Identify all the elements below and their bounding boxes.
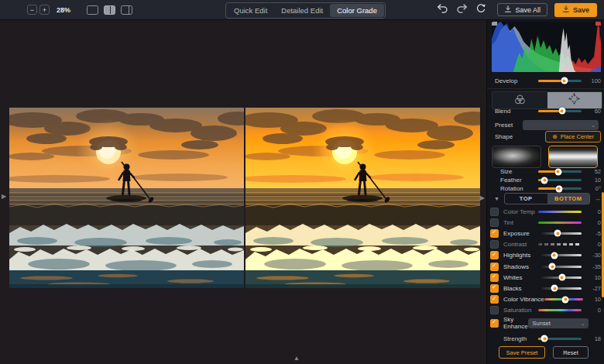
- contrast-checkbox[interactable]: [490, 240, 499, 249]
- save-all-button[interactable]: Save All: [497, 3, 547, 16]
- tint-checkbox[interactable]: [490, 218, 499, 227]
- adjustment-row-color-vibrance: Color Vibrance10: [490, 294, 601, 305]
- zoom-controls: − + 28%: [0, 5, 132, 15]
- single-view-icon[interactable]: [87, 5, 98, 15]
- toolbar-right: Save All Save: [436, 3, 604, 17]
- shape-sliders: Size52Feather10Rotation0°: [495, 167, 601, 193]
- linear-mask-thumbnail[interactable]: [548, 146, 598, 168]
- radial-mask-thumbnail[interactable]: [492, 146, 541, 168]
- place-center-button[interactable]: Place Center: [545, 131, 601, 143]
- rotation-slider[interactable]: [538, 187, 582, 190]
- divider: [487, 88, 604, 89]
- shadows-checkbox[interactable]: [490, 263, 499, 271]
- sky-enhance-checkbox[interactable]: [490, 319, 499, 328]
- sky-enhance-dropdown[interactable]: Sunset: [528, 318, 589, 328]
- save-preset-button[interactable]: Save Preset: [499, 346, 545, 359]
- edit-mode-tabs: Quick Edit Detailed Edit Color Grade: [225, 2, 386, 19]
- adjustment-row-shadows: Shadows-35: [490, 261, 601, 272]
- canvas: [0, 19, 486, 364]
- color-temp-slider[interactable]: [538, 211, 582, 213]
- blend-value: 60: [585, 108, 601, 115]
- tab-quick-edit[interactable]: Quick Edit: [227, 4, 274, 17]
- adjustment-row-tint: Tint0: [490, 217, 601, 228]
- whites-slider[interactable]: [538, 276, 582, 279]
- shadow-clipping-indicator[interactable]: [492, 22, 497, 26]
- edit-panel: Develop 100 Blend 60 Preset S: [486, 19, 604, 364]
- saturation-checkbox[interactable]: [490, 306, 499, 314]
- left-panel-toggle-icon[interactable]: [2, 193, 6, 200]
- color-vibrance-slider[interactable]: [544, 298, 583, 300]
- shadows-slider[interactable]: [538, 266, 582, 268]
- right-panel-toggle-icon[interactable]: [480, 194, 485, 201]
- zoom-in-button[interactable]: +: [39, 5, 50, 15]
- toolbar: − + 28% Quick Edit Detailed Edit Color G…: [0, 0, 604, 20]
- highlight-clipping-indicator[interactable]: [595, 22, 601, 26]
- panel-buttons: Save Preset Reset: [492, 346, 601, 359]
- saturation-slider[interactable]: [538, 309, 582, 311]
- blend-row: Blend 60: [495, 106, 601, 115]
- shape-slider-row-rotation: Rotation0°: [495, 184, 601, 193]
- save-button[interactable]: Save: [554, 3, 597, 17]
- view-mode-switcher: [87, 5, 132, 15]
- adjustment-row-exposure: Exposure-5: [490, 228, 601, 239]
- undo-icon: [437, 3, 448, 16]
- tab-bottom[interactable]: BOTTOM: [547, 194, 590, 204]
- reset-button[interactable]: Reset: [553, 346, 589, 359]
- shape-slider-row-size: Size52: [495, 167, 601, 176]
- highlights-checkbox[interactable]: [490, 251, 499, 259]
- adjustment-row-contrast: Contrast0: [490, 239, 601, 250]
- redo-button[interactable]: [455, 4, 468, 16]
- color-temp-checkbox[interactable]: [490, 208, 499, 216]
- chevron-down-icon: [581, 321, 585, 327]
- adjustments-list: Color Temp0Tint0Exposure-5Contrast0Highl…: [490, 206, 601, 316]
- histogram[interactable]: [492, 22, 601, 72]
- triangle-down-icon[interactable]: [494, 196, 503, 201]
- blacks-checkbox[interactable]: [490, 284, 499, 293]
- side-by-side-view-icon[interactable]: [121, 5, 132, 15]
- reset-edits-button[interactable]: [475, 4, 487, 16]
- zoom-out-button[interactable]: −: [27, 5, 37, 15]
- size-slider[interactable]: [538, 170, 582, 173]
- adjustment-row-saturation: Saturation0: [490, 305, 601, 316]
- before-image[interactable]: [9, 108, 244, 288]
- sky-enhance-row: Sky Enhance Sunset: [490, 317, 601, 329]
- exposure-slider[interactable]: [538, 232, 582, 235]
- split-view-icon[interactable]: [104, 5, 115, 15]
- tab-detailed-edit[interactable]: Detailed Edit: [274, 4, 330, 17]
- strength-slider[interactable]: [538, 338, 582, 340]
- preset-dropdown[interactable]: [523, 120, 599, 130]
- app-window: { "toolbar": { "zoom_out_label": "−", "z…: [0, 0, 604, 364]
- download-icon: [504, 5, 512, 15]
- whites-checkbox[interactable]: [490, 273, 499, 282]
- tint-slider[interactable]: [538, 221, 582, 224]
- color-vibrance-checkbox[interactable]: [490, 295, 499, 304]
- adjustment-row-color-temp: Color Temp0: [490, 206, 601, 217]
- strength-row: Strength 18: [495, 334, 601, 343]
- shape-thumbnails: [492, 146, 601, 168]
- redo-icon: [456, 3, 468, 16]
- highlights-slider[interactable]: [538, 254, 582, 256]
- exposure-checkbox[interactable]: [490, 229, 499, 238]
- strength-value: 18: [585, 335, 601, 342]
- refresh-icon: [475, 3, 486, 16]
- double-arrow-icon[interactable]: [593, 195, 601, 202]
- shape-row: Shape Place Center: [495, 131, 601, 143]
- develop-value: 100: [585, 77, 601, 84]
- tab-top[interactable]: TOP: [505, 194, 547, 204]
- after-image[interactable]: [245, 108, 480, 288]
- crosshair-icon: [552, 133, 558, 140]
- adjustment-row-highlights: Highlights-30: [490, 250, 601, 261]
- feather-slider[interactable]: [538, 179, 582, 181]
- undo-button[interactable]: [436, 4, 448, 16]
- shape-slider-row-feather: Feather10: [495, 176, 601, 184]
- tab-color-grade[interactable]: Color Grade: [330, 4, 384, 17]
- contrast-slider[interactable]: [538, 243, 582, 246]
- filmstrip-toggle-icon[interactable]: [293, 355, 300, 362]
- develop-slider[interactable]: [538, 80, 582, 82]
- mask-position-tabs: TOP BOTTOM: [504, 193, 590, 204]
- download-icon: [562, 5, 570, 15]
- blend-slider[interactable]: [538, 110, 582, 112]
- color-wheels-icon: [514, 94, 526, 108]
- blacks-slider[interactable]: [538, 287, 582, 290]
- mask-position-row: TOP BOTTOM: [494, 193, 601, 204]
